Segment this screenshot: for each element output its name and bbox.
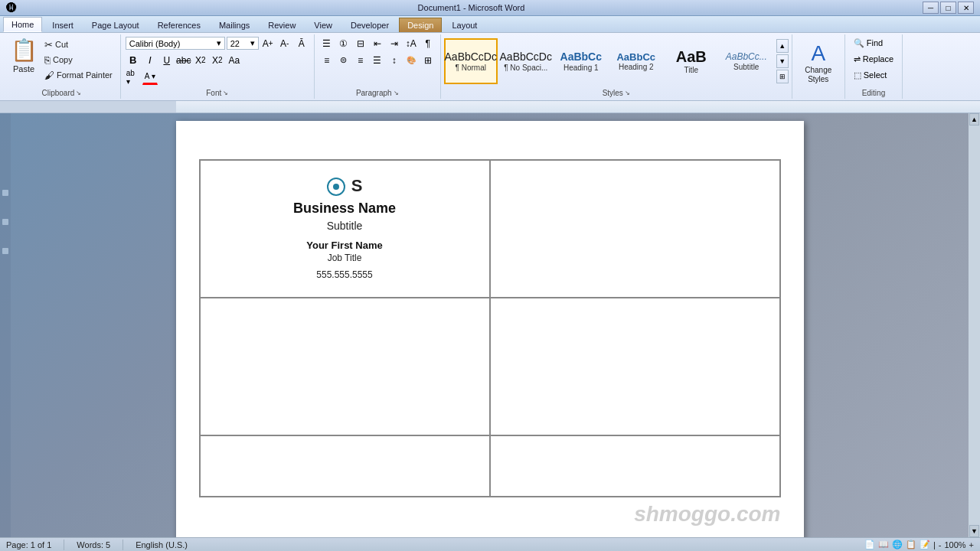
font-size-selector[interactable]: 22 ▾ [227, 37, 259, 50]
business-card-grid: S Business Name Subtitle Your First Name… [199, 159, 781, 497]
tab-view[interactable]: View [305, 18, 341, 32]
show-marks-button[interactable]: ¶ [420, 36, 436, 51]
page-info: Page: 1 of 1 [6, 540, 51, 549]
scrollbar-right[interactable]: ▲ ▼ [969, 113, 980, 538]
left-sidebar [0, 113, 11, 538]
style-heading1-preview: AaBbCc [560, 51, 602, 64]
underline-button[interactable]: U [159, 53, 175, 68]
change-case-button[interactable]: Aa [227, 53, 242, 68]
card-main: S Business Name Subtitle Your First Name… [200, 160, 490, 298]
increase-font-button[interactable]: A+ [260, 36, 276, 51]
align-left-button[interactable]: ≡ [319, 53, 335, 68]
justify-button[interactable]: ☰ [370, 53, 385, 68]
sidebar-marker [2, 219, 8, 225]
replace-button[interactable]: ⇌ Replace [850, 52, 897, 67]
find-button[interactable]: 🔍 Find [850, 36, 887, 51]
tab-insert[interactable]: Insert [44, 18, 82, 32]
view-outline-button[interactable]: 📋 [906, 540, 916, 549]
style-subtitle-preview: AaBbCc... [726, 51, 767, 62]
tab-review[interactable]: Review [260, 18, 304, 32]
strikethrough-button[interactable]: abc [176, 53, 191, 68]
border-button[interactable]: ⊞ [420, 53, 436, 68]
style-heading1-label: Heading 1 [564, 64, 599, 72]
styles-scroll-more[interactable]: ⊞ [776, 70, 789, 83]
style-nospace-label: ¶ No Spaci... [504, 64, 547, 72]
title-bar-text: Document1 - Microsoft Word [20, 3, 923, 12]
styles-scroll-up[interactable]: ▲ [776, 39, 789, 53]
app-icon: 🅦 [6, 2, 17, 14]
scroll-up-button[interactable]: ▲ [969, 113, 979, 126]
font-color-button[interactable]: A ▾ [142, 70, 158, 85]
styles-scroll: ▲ ▼ ⊞ [776, 39, 789, 83]
card-business-name: Business Name [293, 201, 396, 217]
view-draft-button[interactable]: 📝 [920, 540, 930, 549]
font-expander[interactable]: ↘ [223, 90, 228, 96]
zoom-out-button[interactable]: - [939, 540, 942, 549]
subscript-button[interactable]: X2 [193, 53, 208, 68]
document-page[interactable]: S Business Name Subtitle Your First Name… [176, 121, 804, 538]
card-middle-right [490, 298, 780, 435]
status-bar: Page: 1 of 1 Words: 5 English (U.S.) 📄 📖… [0, 537, 980, 551]
change-styles-group: A ChangeStyles [792, 34, 845, 99]
font-name-selector[interactable]: Calibri (Body) ▾ [126, 37, 225, 50]
style-subtitle-button[interactable]: AaBbCc... Subtitle [720, 38, 773, 84]
tab-page-layout[interactable]: Page Layout [83, 18, 148, 32]
font-size-value: 22 [230, 39, 240, 48]
tab-mailings[interactable]: Mailings [211, 18, 258, 32]
format-painter-label: Format Painter [57, 70, 113, 80]
style-normal-preview: AaBbCcDc [445, 51, 497, 64]
card-top-right [490, 160, 780, 298]
line-spacing-button[interactable]: ↕ [387, 53, 402, 68]
decrease-indent-button[interactable]: ⇤ [370, 36, 385, 51]
view-fullread-button[interactable]: 📖 [878, 540, 889, 549]
view-print-button[interactable]: 📄 [864, 540, 875, 549]
align-center-button[interactable]: ⊜ [336, 53, 351, 68]
text-highlight-button[interactable]: ab ▾ [126, 70, 141, 85]
paste-button[interactable]: 📋 Paste [8, 34, 40, 76]
align-right-button[interactable]: ≡ [353, 53, 368, 68]
tab-design[interactable]: Design [399, 18, 442, 32]
tab-references[interactable]: References [149, 18, 209, 32]
bullets-button[interactable]: ☰ [319, 36, 335, 51]
close-button[interactable]: ✕ [958, 2, 974, 14]
clipboard-expander[interactable]: ↘ [76, 90, 81, 96]
tab-developer[interactable]: Developer [342, 18, 397, 32]
style-title-label: Title [684, 66, 698, 74]
sidebar-marker [2, 190, 8, 196]
bold-button[interactable]: B [126, 53, 141, 68]
title-bar-controls: ─ □ ✕ [923, 2, 974, 14]
view-web-button[interactable]: 🌐 [892, 540, 903, 549]
style-heading1-button[interactable]: AaBbCc Heading 1 [554, 38, 608, 84]
decrease-font-button[interactable]: A- [277, 36, 292, 51]
minimize-button[interactable]: ─ [923, 2, 939, 14]
tab-home[interactable]: Home [3, 17, 42, 32]
italic-button[interactable]: I [142, 53, 158, 68]
sort-button[interactable]: ↕A [403, 36, 419, 51]
paragraph-expander[interactable]: ↘ [394, 90, 399, 96]
clear-formatting-button[interactable]: Ā [294, 36, 309, 51]
fill-color-button[interactable]: 🎨 [403, 53, 419, 68]
cut-button[interactable]: ✂ Cut [41, 37, 116, 52]
multilevel-list-button[interactable]: ⊟ [353, 36, 368, 51]
styles-expander[interactable]: ↘ [625, 90, 630, 96]
maximize-button[interactable]: □ [940, 2, 956, 14]
select-button[interactable]: ⬚ Select [850, 68, 891, 83]
numbering-button[interactable]: ① [336, 36, 351, 51]
superscript-button[interactable]: X2 [210, 53, 225, 68]
style-title-button[interactable]: AaB Title [665, 38, 718, 84]
increase-indent-button[interactable]: ⇥ [387, 36, 402, 51]
scroll-down-button[interactable]: ▼ [969, 525, 979, 537]
card-logo [327, 178, 345, 196]
style-heading2-button[interactable]: AaBbCc Heading 2 [609, 38, 663, 84]
style-normal-button[interactable]: AaBbCcDc ¶ Normal [444, 38, 498, 84]
clipboard-group: 📋 Paste ✂ Cut ⎘ Copy 🖌 [3, 34, 121, 99]
copy-button[interactable]: ⎘ Copy [41, 53, 116, 67]
format-painter-button[interactable]: 🖌 Format Painter [41, 68, 116, 83]
zoom-in-button[interactable]: + [969, 540, 974, 549]
styles-scroll-down[interactable]: ▼ [776, 54, 789, 68]
tab-layout[interactable]: Layout [443, 18, 485, 32]
change-styles-button[interactable]: A ChangeStyles [797, 37, 840, 88]
status-divider3: | [933, 540, 936, 549]
select-label: Select [864, 70, 887, 80]
style-nospace-button[interactable]: AaBbCcDc ¶ No Spaci... [499, 38, 553, 84]
